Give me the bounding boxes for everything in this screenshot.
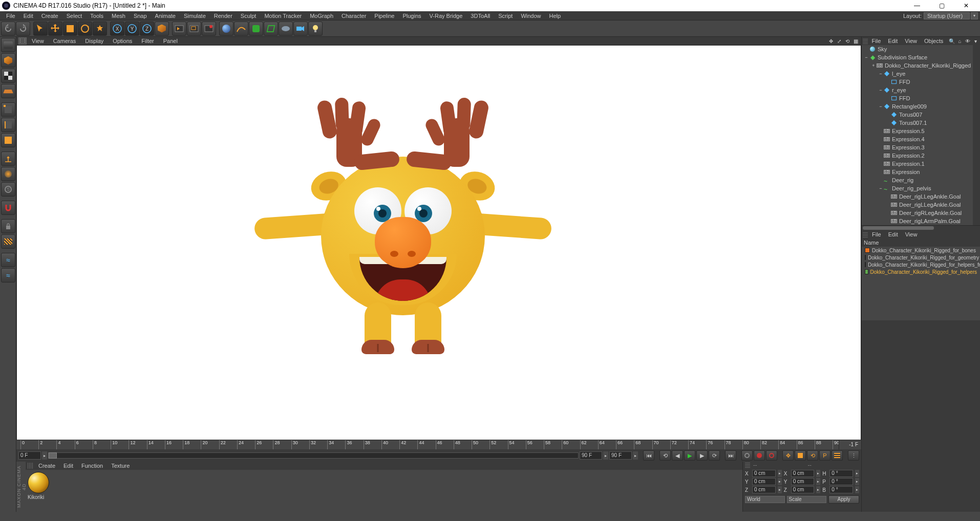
tree-row[interactable]: Sky [862, 45, 973, 53]
start-frame-field[interactable]: 0 F [18, 451, 41, 460]
coord-field-rotH[interactable]: 0 ° [829, 470, 853, 477]
goto-end-button[interactable]: ⏭ [725, 450, 736, 461]
tree-row[interactable]: −l_eye [862, 70, 973, 78]
tree-expander[interactable]: − [878, 186, 883, 191]
coord-spinner-sizeZ[interactable]: ▸ [816, 486, 820, 493]
search-icon[interactable]: 🔍 [948, 37, 955, 45]
scale-tool[interactable] [63, 21, 77, 36]
eye-icon[interactable]: 👁 [964, 37, 971, 45]
workplane-mode[interactable] [1, 84, 15, 98]
viewmenu-panel[interactable]: Panel [159, 38, 182, 44]
laymenu-file[interactable]: File [869, 231, 884, 237]
tree-expander[interactable]: − [878, 88, 883, 93]
material-panel-handle[interactable] [28, 463, 34, 469]
menu-motion-tracker[interactable]: Motion Tracker [260, 11, 306, 20]
last-tool[interactable] [93, 21, 107, 36]
coord-field-rotB[interactable]: 0 ° [829, 486, 853, 493]
coord-space-select[interactable]: World [745, 496, 785, 503]
range-a-spinner[interactable]: ▸ [603, 451, 608, 460]
menu-file[interactable]: File [2, 11, 19, 20]
coord-field-sizeY[interactable]: 0 cm [791, 478, 815, 485]
next-key-button[interactable]: ⟳ [709, 450, 720, 461]
apply-button[interactable]: Apply [828, 495, 859, 504]
close-button[interactable]: ✕ [954, 0, 978, 11]
tree-row[interactable]: −Rectangle009 [862, 102, 973, 111]
tree-row[interactable]: Deer_rigLLegAnkle.Goal [862, 201, 973, 209]
tree-row[interactable]: Deer_rig [862, 176, 973, 184]
record-button[interactable] [741, 450, 753, 461]
coord-field-sizeZ[interactable]: 0 cm [791, 486, 815, 493]
coord-spinner-posY[interactable]: ▸ [778, 478, 782, 485]
coord-field-posX[interactable]: 0 cm [752, 470, 776, 477]
coord-field-posY[interactable]: 0 cm [752, 478, 776, 485]
menu-help[interactable]: Help [545, 11, 565, 20]
soft-select[interactable] [1, 167, 15, 181]
menu-script[interactable]: Script [494, 11, 517, 20]
scale-key-button[interactable] [795, 450, 806, 461]
tree-row[interactable]: −Deer_rig_pelvis [862, 184, 973, 192]
timeline-slider[interactable] [48, 452, 579, 459]
visibility-mode[interactable] [1, 234, 15, 249]
tree-row[interactable]: Deer_rigRLegAnkle.Goal [862, 209, 973, 217]
timeline-ruler[interactable]: 0246810121416182022242628303234363840424… [16, 440, 861, 449]
menu-plugins[interactable]: Plugins [398, 11, 425, 20]
range-b-field[interactable]: 90 F [609, 451, 632, 460]
laymenu-edit[interactable]: Edit [885, 231, 901, 237]
generator-button[interactable] [249, 21, 263, 36]
matmenu-texture[interactable]: Texture [108, 463, 133, 469]
coord-spinner-rotP[interactable]: ▸ [855, 478, 859, 485]
coord-spinner-posX[interactable]: ▸ [778, 470, 782, 477]
tree-row[interactable]: Expression [862, 168, 973, 176]
tree-expander[interactable]: − [878, 104, 883, 109]
next-frame-button[interactable]: ▶ [696, 450, 708, 461]
rot-key-button[interactable]: ⟲ [807, 450, 818, 461]
menu-edit[interactable]: Edit [19, 11, 37, 20]
tree-row[interactable]: Deer_rigLLegAnkle.Goal [862, 192, 973, 201]
x-axis-button[interactable]: X [110, 21, 124, 36]
viewmenu-options[interactable]: Options [109, 38, 136, 44]
timeline-options-button[interactable]: ⋮ [848, 450, 859, 461]
render-pv-button[interactable] [202, 21, 216, 36]
light-button[interactable] [308, 21, 323, 36]
param-key-button[interactable]: P [819, 450, 830, 461]
move-camera-icon[interactable]: ✥ [827, 37, 835, 45]
coord-field-sizeX[interactable]: 0 cm [791, 470, 815, 477]
coord-spinner-rotB[interactable]: ▸ [855, 486, 859, 493]
layout-select[interactable]: Startup (User) [924, 12, 970, 19]
environment-button[interactable] [279, 21, 293, 36]
viewmenu-cameras[interactable]: Cameras [49, 38, 80, 44]
redo-button[interactable] [16, 21, 30, 36]
zoom-camera-icon[interactable]: ⤢ [836, 37, 843, 45]
camera-button[interactable] [293, 21, 308, 36]
poly-mode[interactable] [1, 133, 15, 147]
tree-row[interactable]: +Dokko_Character_Kikoriki_Rigged [862, 61, 973, 70]
script-b[interactable]: ≈ [1, 268, 15, 283]
layer-row[interactable]: Dokko_Character_Kikoriki_Rigged_for_bone… [862, 247, 980, 254]
lock-mode[interactable] [1, 219, 15, 233]
tree-scrollbar[interactable] [973, 45, 980, 225]
rotate-tool[interactable] [78, 21, 92, 36]
deformer-button[interactable] [264, 21, 278, 36]
menu-v-ray-bridge[interactable]: V-Ray Bridge [425, 11, 467, 20]
undo-button[interactable] [1, 21, 15, 36]
tree-expander[interactable]: − [878, 71, 883, 76]
layer-row[interactable]: Dokko_Character_Kikoriki_Rigged_for_help… [862, 261, 980, 268]
menu-render[interactable]: Render [210, 11, 237, 20]
material-thumb[interactable]: Kikoriki [28, 472, 52, 500]
coord-system-button[interactable] [155, 21, 169, 36]
layers-list[interactable]: Dokko_Character_Kikoriki_Rigged_for_bone… [862, 247, 980, 320]
tree-row[interactable]: Expression.3 [862, 143, 973, 151]
laymenu-view[interactable]: View [902, 231, 921, 237]
viewmenu-filter[interactable]: Filter [137, 38, 158, 44]
coord-spinner-sizeY[interactable]: ▸ [816, 478, 820, 485]
axis-mode[interactable] [1, 151, 15, 166]
objmenu-file[interactable]: File [869, 38, 884, 44]
minimize-button[interactable]: — [905, 0, 929, 11]
tree-expander[interactable]: + [871, 63, 876, 68]
tree-row[interactable]: Torus007 [862, 111, 973, 119]
edge-mode[interactable] [1, 118, 15, 132]
texture-mode[interactable] [1, 69, 15, 83]
layer-row[interactable]: Dokko_Character_Kikoriki_Rigged_for_help… [862, 268, 980, 275]
tree-row[interactable]: −r_eye [862, 86, 973, 94]
viewport-layout-icon[interactable]: ▦ [852, 37, 859, 45]
